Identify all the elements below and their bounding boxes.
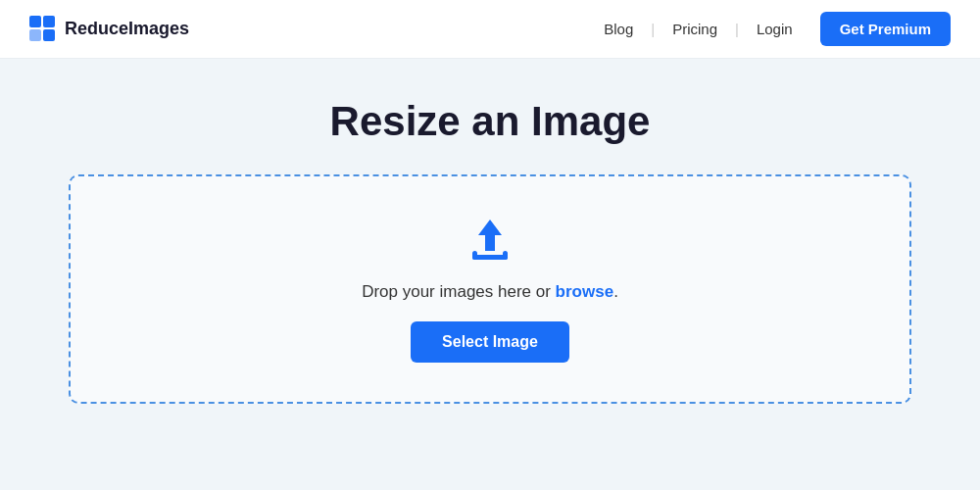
svg-rect-1 <box>43 16 55 27</box>
nav-separator-2: | <box>735 21 739 37</box>
main-content: Resize an Image Drop your images here or… <box>0 59 980 490</box>
svg-rect-3 <box>43 29 55 41</box>
svg-rect-2 <box>29 29 41 41</box>
svg-marker-4 <box>478 220 502 251</box>
browse-link[interactable]: browse <box>556 282 614 301</box>
upload-drop-zone[interactable]: Drop your images here or browse. Select … <box>69 174 911 404</box>
page-title: Resize an Image <box>330 98 651 145</box>
nav-area: Blog | Pricing | Login Get Premium <box>592 12 951 46</box>
svg-rect-6 <box>472 251 477 260</box>
svg-rect-0 <box>29 16 41 27</box>
logo-icon <box>29 16 57 43</box>
nav-separator-1: | <box>651 21 655 37</box>
nav-blog-link[interactable]: Blog <box>592 21 645 37</box>
select-image-button[interactable]: Select Image <box>411 321 569 363</box>
svg-rect-7 <box>503 251 508 260</box>
page-wrapper: ReduceImages Blog | Pricing | Login Get … <box>0 0 980 490</box>
logo-text: ReduceImages <box>65 19 189 39</box>
nav-pricing-link[interactable]: Pricing <box>661 21 729 37</box>
svg-rect-5 <box>472 255 508 260</box>
nav-login-link[interactable]: Login <box>745 21 805 37</box>
upload-drop-text: Drop your images here or browse. <box>362 282 618 302</box>
upload-icon-wrapper <box>463 216 517 267</box>
upload-icon <box>463 216 517 267</box>
header: ReduceImages Blog | Pricing | Login Get … <box>0 0 980 59</box>
logo-area: ReduceImages <box>29 16 189 43</box>
get-premium-button[interactable]: Get Premium <box>820 12 951 46</box>
